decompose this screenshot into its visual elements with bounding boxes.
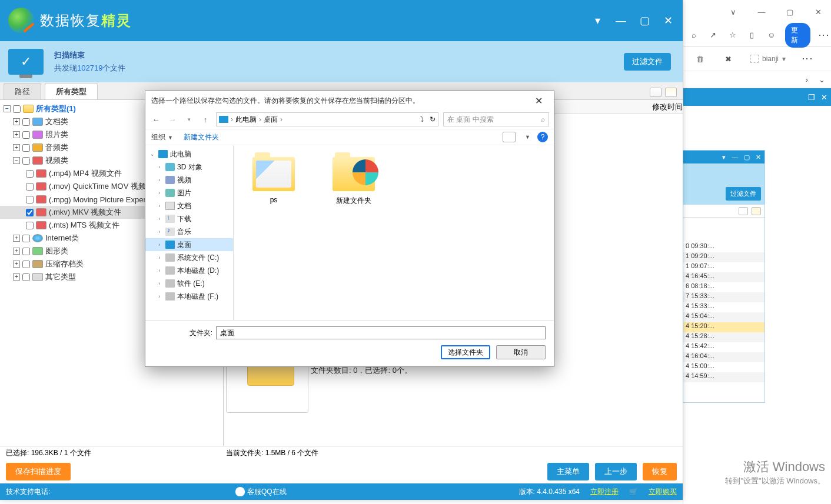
sec-row[interactable]: 7 15:33:... bbox=[683, 292, 764, 302]
filter-files-button[interactable]: 过滤文件 bbox=[624, 53, 671, 71]
tnode-pic[interactable]: ›图片 bbox=[145, 186, 233, 199]
sec-row-selected[interactable]: 4 15:20:... bbox=[683, 322, 764, 332]
prev-step-button[interactable]: 上一步 bbox=[595, 463, 637, 480]
nav-forward-icon[interactable]: → bbox=[167, 114, 178, 125]
checkbox[interactable] bbox=[22, 261, 30, 268]
checkbox[interactable] bbox=[26, 183, 34, 191]
tnode-localf[interactable]: ›本地磁盘 (F:) bbox=[145, 290, 233, 303]
sec-minimize-icon[interactable]: — bbox=[732, 153, 738, 161]
app-minimize-icon[interactable]: — bbox=[614, 14, 627, 27]
reading-list-icon[interactable]: ▯ bbox=[746, 29, 757, 41]
bianji-control[interactable]: bianji ▾ bbox=[750, 55, 786, 63]
app-dropdown-icon[interactable]: ▾ bbox=[591, 14, 604, 27]
checkbox[interactable] bbox=[13, 105, 21, 113]
sec-list-view-icon[interactable] bbox=[752, 207, 761, 215]
select-folder-button[interactable]: 选择文件夹 bbox=[441, 345, 490, 359]
recover-button[interactable]: 恢复 bbox=[643, 463, 677, 480]
checkbox[interactable] bbox=[22, 144, 30, 152]
sec-row[interactable]: 4 15:42:... bbox=[683, 342, 764, 352]
sec-dropdown-icon[interactable]: ▾ bbox=[722, 153, 726, 161]
sec-row[interactable]: 4 15:04:... bbox=[683, 312, 764, 322]
refresh-icon[interactable]: ↻ bbox=[430, 115, 436, 124]
star-icon[interactable]: ☆ bbox=[727, 29, 738, 41]
nav-recent-icon[interactable]: ▾ bbox=[183, 114, 195, 125]
profile-icon[interactable]: ☺ bbox=[766, 29, 777, 41]
folder-name-input[interactable] bbox=[216, 326, 546, 339]
tnode-softe[interactable]: ›软件 (E:) bbox=[145, 277, 233, 290]
checkbox[interactable] bbox=[22, 235, 30, 242]
qq-support[interactable]: 客服QQ在线 bbox=[235, 487, 287, 497]
share-icon[interactable]: ↗ bbox=[707, 29, 719, 41]
checkbox[interactable] bbox=[22, 131, 30, 139]
crumb-desk[interactable]: 桌面 bbox=[264, 115, 278, 125]
buy-link[interactable]: 立即购买 bbox=[649, 487, 677, 497]
search-icon[interactable]: ⌕ bbox=[541, 115, 545, 124]
nav-up-icon[interactable]: ↑ bbox=[200, 114, 211, 125]
sec-row[interactable]: 0 09:30:... bbox=[683, 242, 764, 252]
tnode-music[interactable]: ›音乐 bbox=[145, 225, 233, 238]
app-maximize-icon[interactable]: ▢ bbox=[638, 14, 651, 27]
grid-view-icon[interactable] bbox=[650, 88, 662, 97]
register-link[interactable]: 立即注册 bbox=[590, 487, 619, 497]
sec-row[interactable]: 6 08:18:... bbox=[683, 282, 764, 292]
sec-row[interactable]: 4 15:28:... bbox=[683, 332, 764, 342]
caret-down-icon[interactable]: ⌄ bbox=[819, 75, 825, 84]
bg-restore-icon[interactable]: ❐ bbox=[808, 93, 815, 102]
app-close-icon[interactable]: ✕ bbox=[662, 14, 674, 27]
crumb-pc[interactable]: 此电脑 bbox=[235, 115, 257, 125]
view-mode-drop-icon[interactable]: ▼ bbox=[525, 134, 530, 140]
checkbox[interactable] bbox=[26, 222, 34, 229]
checkbox[interactable] bbox=[26, 196, 34, 203]
browser-update-button[interactable]: 更新 bbox=[785, 23, 810, 48]
sec-close-icon[interactable]: ✕ bbox=[756, 153, 761, 161]
tnode-doc[interactable]: ›文档 bbox=[145, 199, 233, 212]
sec-grid-view-icon[interactable] bbox=[739, 207, 748, 215]
cancel-button[interactable]: 取消 bbox=[496, 345, 546, 359]
sec-row[interactable]: 4 15:00:... bbox=[683, 362, 764, 372]
sec-filter-button[interactable]: 过滤文件 bbox=[726, 187, 761, 201]
organize-menu[interactable]: 组织▼ bbox=[151, 132, 173, 142]
tab-all-types[interactable]: 所有类型 bbox=[45, 83, 98, 99]
sec-row[interactable]: 1 09:20:... bbox=[683, 252, 764, 262]
bg-minimize-icon[interactable]: — bbox=[753, 6, 770, 18]
sec-maximize-icon[interactable]: ▢ bbox=[744, 153, 750, 161]
checkbox[interactable] bbox=[22, 273, 30, 281]
checkbox[interactable] bbox=[22, 118, 30, 126]
tnode-locald[interactable]: ›本地磁盘 (D:) bbox=[145, 264, 233, 277]
bg-close-icon[interactable]: ✕ bbox=[810, 6, 826, 18]
checkbox[interactable] bbox=[22, 248, 30, 255]
search-icon[interactable]: ⌕ bbox=[688, 29, 699, 41]
kebab-menu-icon[interactable]: ⋮ bbox=[821, 30, 826, 41]
nav-back-icon[interactable]: ← bbox=[150, 114, 162, 125]
col-mtime[interactable]: 修改时间 bbox=[652, 102, 683, 112]
list-view-icon[interactable] bbox=[665, 88, 677, 97]
bg-maximize-icon[interactable]: ▢ bbox=[782, 6, 798, 18]
tab-path[interactable]: 路径 bbox=[4, 83, 41, 99]
dialog-tree[interactable]: ⌄此电脑 ›3D 对象 ›视频 ›图片 ›文档 ›下载 ›音乐 ›桌面 ›系统文… bbox=[145, 145, 234, 320]
tnode-video[interactable]: ›视频 bbox=[145, 173, 233, 186]
dialog-search-input[interactable]: 在 桌面 中搜索 ⌕ bbox=[443, 112, 549, 126]
cancel-icon[interactable]: ✖ bbox=[722, 53, 734, 65]
save-progress-button[interactable]: 保存扫描进度 bbox=[6, 463, 71, 480]
bg-close2-icon[interactable]: ✕ bbox=[821, 93, 827, 102]
sec-row[interactable]: 4 16:45:... bbox=[683, 272, 764, 282]
checkbox[interactable] bbox=[22, 157, 30, 165]
tnode-3d[interactable]: ›3D 对象 bbox=[145, 161, 233, 173]
caret-right-icon[interactable]: › bbox=[806, 75, 808, 84]
sec-row[interactable]: 4 14:59:... bbox=[683, 372, 764, 382]
main-menu-button[interactable]: 主菜单 bbox=[547, 463, 589, 480]
sec-row[interactable]: 4 16:04:... bbox=[683, 352, 764, 362]
checkbox[interactable] bbox=[26, 170, 34, 178]
folder-item-ps[interactable]: ps bbox=[245, 157, 302, 204]
dialog-close-button[interactable]: ✕ bbox=[529, 94, 548, 108]
breadcrumb[interactable]: › 此电脑 › 桌面 › ⤵ ↻ bbox=[216, 112, 438, 126]
folder-item-newfolder[interactable]: 新建文件夹 bbox=[325, 157, 382, 206]
kebab-menu-icon-2[interactable]: ⋮ bbox=[805, 54, 810, 64]
sec-row[interactable]: 4 15:33:... bbox=[683, 302, 764, 312]
trash-icon[interactable]: 🗑 bbox=[694, 53, 706, 65]
sec-row[interactable]: 1 09:07:... bbox=[683, 262, 764, 272]
bg-dropdown-icon[interactable]: ∨ bbox=[725, 6, 742, 18]
view-mode-selector[interactable] bbox=[503, 132, 516, 142]
crumb-dropdown-icon[interactable]: ⤵ bbox=[420, 115, 424, 124]
tnode-sysc[interactable]: ›系统文件 (C:) bbox=[145, 251, 233, 264]
